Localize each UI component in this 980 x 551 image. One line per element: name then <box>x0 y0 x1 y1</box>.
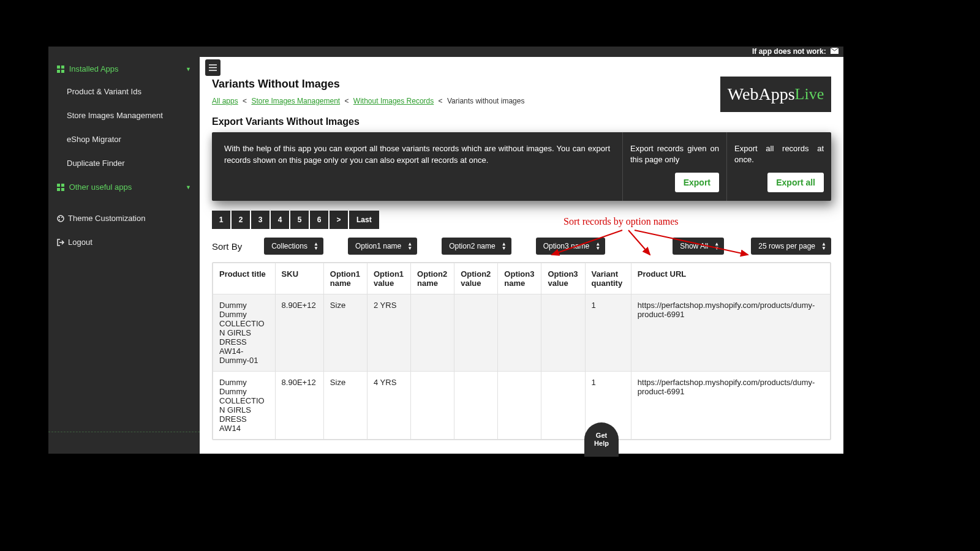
svg-rect-4 <box>61 70 64 73</box>
sort-row: Sort By Collections ▲▼ Option1 name ▲▼ O… <box>212 238 831 255</box>
table-row: Dummy Dummy COLLECTION GIRLS DRESS AW14-… <box>213 294 831 372</box>
select-option1-name[interactable]: Option1 name ▲▼ <box>348 238 417 255</box>
select-rows-value: 25 rows per page <box>758 242 815 250</box>
sidebar-item-eshop-migrator[interactable]: eShop Migrator <box>48 127 200 151</box>
sidebar-item-logout[interactable]: Logout <box>48 230 200 254</box>
get-help-label: Get Help <box>594 432 609 448</box>
sidebar-item-theme-customization[interactable]: Theme Customization <box>48 206 200 230</box>
logo-text-b: Live <box>795 85 824 103</box>
chevron-down-icon: ▼ <box>186 184 191 190</box>
sidebar-item-store-images-management[interactable]: Store Images Management <box>48 103 200 127</box>
breadcrumb-sep: < <box>439 97 443 105</box>
export-panel: With the help of this app you can export… <box>212 132 831 201</box>
pagination: 1 2 3 4 5 6 > Last <box>212 211 831 229</box>
sort-by-label: Sort By <box>212 241 242 252</box>
cell-o2n <box>411 294 454 372</box>
breadcrumb-current: Variants without images <box>447 97 525 105</box>
grid-icon <box>57 66 64 73</box>
cell-o3n <box>498 294 541 372</box>
select-rows-per-page[interactable]: 25 rows per page ▲▼ <box>751 238 831 255</box>
chevron-updown-icon: ▲▼ <box>502 242 507 250</box>
breadcrumb-without-images[interactable]: Without Images Records <box>353 97 434 105</box>
svg-rect-6 <box>61 184 64 187</box>
select-collections[interactable]: Collections ▲▼ <box>264 238 323 255</box>
cell-sku: 8.90E+12 <box>275 294 323 372</box>
cell-o3v <box>541 372 585 440</box>
breadcrumb-sep: < <box>243 97 247 105</box>
svg-rect-5 <box>57 184 60 187</box>
sidebar-theme-label: Theme Customization <box>68 214 145 223</box>
chevron-updown-icon: ▲▼ <box>407 242 412 250</box>
hamburger-icon <box>209 64 217 71</box>
col-option1-name: Option1 name <box>323 263 367 294</box>
chevron-down-icon: ▼ <box>186 66 191 72</box>
svg-rect-7 <box>57 188 60 191</box>
chevron-updown-icon: ▲▼ <box>714 242 719 250</box>
breadcrumb-sep: < <box>345 97 349 105</box>
chevron-updown-icon: ▲▼ <box>821 242 826 250</box>
variants-table: Product title SKU Option1 name Option1 v… <box>212 262 831 440</box>
export-page-label: Export records given on this page only <box>630 143 719 165</box>
select-option2-value: Option2 name <box>449 242 495 250</box>
sidebar-logout-label: Logout <box>68 238 92 247</box>
sidebar: Installed Apps ▼ Product & Variant Ids S… <box>48 57 200 454</box>
select-option2-name[interactable]: Option2 name ▲▼ <box>442 238 511 255</box>
svg-rect-2 <box>61 66 64 69</box>
page-2[interactable]: 2 <box>232 211 250 229</box>
sidebar-item-product-variant-ids[interactable]: Product & Variant Ids <box>48 80 200 103</box>
breadcrumb-all-apps[interactable]: All apps <box>212 97 238 105</box>
page-1[interactable]: 1 <box>212 211 230 229</box>
cell-o2n <box>411 372 454 440</box>
breadcrumb-store-images[interactable]: Store Images Management <box>251 97 340 105</box>
table-row: Dummy Dummy COLLECTION GIRLS DRESS AW14 … <box>213 372 831 440</box>
page-5[interactable]: 5 <box>290 211 309 229</box>
cell-sku: 8.90E+12 <box>275 372 323 440</box>
col-sku: SKU <box>275 263 323 294</box>
page-4[interactable]: 4 <box>271 211 289 229</box>
cell-o3v <box>541 294 585 372</box>
sidebar-section-other[interactable]: Other useful apps ▼ <box>48 175 200 198</box>
cell-o2v <box>454 372 498 440</box>
page-6[interactable]: 6 <box>310 211 328 229</box>
cell-o1n: Size <box>323 294 367 372</box>
sidebar-item-duplicate-finder[interactable]: Duplicate Finder <box>48 151 200 175</box>
cell-title: Dummy Dummy COLLECTION GIRLS DRESS AW14-… <box>213 294 276 372</box>
col-option2-name: Option2 name <box>411 263 454 294</box>
sidebar-divider <box>48 432 200 432</box>
hamburger-button[interactable] <box>205 59 221 76</box>
svg-rect-3 <box>57 70 60 73</box>
sidebar-installed-label: Installed Apps <box>69 64 119 73</box>
svg-point-12 <box>59 219 60 220</box>
export-button[interactable]: Export <box>675 173 719 192</box>
col-option1-value: Option1 value <box>367 263 410 294</box>
col-option3-value: Option3 value <box>541 263 585 294</box>
logo-text-a: WebApps <box>728 84 795 104</box>
logo: WebAppsLive <box>720 77 831 112</box>
page-3[interactable]: 3 <box>251 211 270 229</box>
svg-rect-1 <box>57 66 60 69</box>
svg-point-10 <box>59 217 60 218</box>
mail-icon[interactable] <box>831 47 839 57</box>
export-all-button[interactable]: Export all <box>767 173 824 192</box>
topbar-text: If app does not work: <box>752 47 826 56</box>
export-all-label: Export all records at once. <box>734 143 824 165</box>
cell-url: https://perfactshop.myshopify.com/produc… <box>631 294 830 372</box>
cell-o1n: Size <box>323 372 367 440</box>
page-last[interactable]: Last <box>349 211 379 229</box>
sidebar-section-installed[interactable]: Installed Apps ▼ <box>48 57 200 80</box>
svg-point-11 <box>61 217 62 218</box>
sidebar-other-label: Other useful apps <box>69 182 132 192</box>
logout-icon <box>57 239 64 246</box>
select-show-all-value: Show All <box>680 242 708 250</box>
select-show-all[interactable]: Show All ▲▼ <box>673 238 724 255</box>
cell-o3n <box>498 372 541 440</box>
col-option2-value: Option2 value <box>454 263 498 294</box>
get-help-button[interactable]: Get Help <box>584 422 619 457</box>
select-option3-name[interactable]: Option3 name ▲▼ <box>536 238 605 255</box>
page-next[interactable]: > <box>330 211 348 229</box>
svg-point-9 <box>58 216 64 222</box>
topbar: If app does not work: <box>48 47 843 57</box>
chevron-updown-icon: ▲▼ <box>314 242 318 250</box>
col-product-url: Product URL <box>631 263 830 294</box>
chevron-updown-icon: ▲▼ <box>595 242 600 250</box>
